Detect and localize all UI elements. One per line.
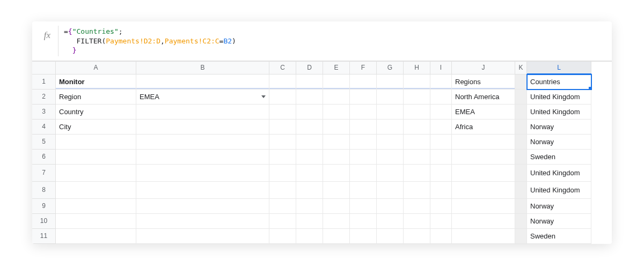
- cell-J9[interactable]: [452, 199, 515, 214]
- cell-F3[interactable]: [350, 105, 377, 120]
- cell-B8[interactable]: [136, 182, 269, 199]
- row-header-6[interactable]: 6: [32, 150, 56, 165]
- cell-I6[interactable]: [430, 150, 452, 165]
- cell-B1[interactable]: [136, 75, 269, 90]
- cell-I1[interactable]: [430, 75, 452, 90]
- cell-K3[interactable]: [515, 105, 527, 120]
- cell-L10[interactable]: Norway: [527, 214, 591, 229]
- cell-J5[interactable]: [452, 135, 515, 150]
- cell-I8[interactable]: [430, 182, 452, 199]
- cell-L5[interactable]: Norway: [527, 135, 591, 150]
- cell-G10[interactable]: [377, 214, 404, 229]
- cell-A10[interactable]: [56, 214, 136, 229]
- cell-C6[interactable]: [269, 150, 296, 165]
- column-header-C[interactable]: C: [269, 62, 296, 75]
- cell-A4[interactable]: City: [56, 120, 136, 135]
- cell-H4[interactable]: [404, 120, 430, 135]
- cell-A5[interactable]: [56, 135, 136, 150]
- cell-C2[interactable]: [269, 90, 296, 105]
- cell-C11[interactable]: [269, 229, 296, 244]
- cell-L1[interactable]: Countries: [527, 75, 591, 90]
- cell-J3[interactable]: EMEA: [452, 105, 515, 120]
- cell-D3[interactable]: [296, 105, 323, 120]
- cell-F9[interactable]: [350, 199, 377, 214]
- row-header-1[interactable]: 1: [32, 75, 56, 90]
- cell-H5[interactable]: [404, 135, 430, 150]
- cell-L8[interactable]: United Kingdom: [527, 182, 591, 199]
- cell-G6[interactable]: [377, 150, 404, 165]
- cell-H3[interactable]: [404, 105, 430, 120]
- cell-D10[interactable]: [296, 214, 323, 229]
- cell-B5[interactable]: [136, 135, 269, 150]
- cell-D9[interactable]: [296, 199, 323, 214]
- cell-A8[interactable]: [56, 182, 136, 199]
- cell-J11[interactable]: [452, 229, 515, 244]
- cell-I3[interactable]: [430, 105, 452, 120]
- cell-C5[interactable]: [269, 135, 296, 150]
- column-header-D[interactable]: D: [296, 62, 323, 75]
- cell-K6[interactable]: [515, 150, 527, 165]
- cell-A6[interactable]: [56, 150, 136, 165]
- cell-D11[interactable]: [296, 229, 323, 244]
- cell-F2[interactable]: [350, 90, 377, 105]
- column-header-B[interactable]: B: [136, 62, 269, 75]
- cell-B3[interactable]: [136, 105, 269, 120]
- cell-B11[interactable]: [136, 229, 269, 244]
- cell-D1[interactable]: [296, 75, 323, 90]
- cell-K2[interactable]: [515, 90, 527, 105]
- cell-J4[interactable]: Africa: [452, 120, 515, 135]
- cell-C10[interactable]: [269, 214, 296, 229]
- cell-E4[interactable]: [323, 120, 350, 135]
- cell-I5[interactable]: [430, 135, 452, 150]
- cell-H10[interactable]: [404, 214, 430, 229]
- cell-J1[interactable]: Regions: [452, 75, 515, 90]
- cell-G4[interactable]: [377, 120, 404, 135]
- cell-F10[interactable]: [350, 214, 377, 229]
- cell-B9[interactable]: [136, 199, 269, 214]
- cell-D4[interactable]: [296, 120, 323, 135]
- cell-I11[interactable]: [430, 229, 452, 244]
- cell-H6[interactable]: [404, 150, 430, 165]
- cell-A3[interactable]: Country: [56, 105, 136, 120]
- cell-E5[interactable]: [323, 135, 350, 150]
- cell-J8[interactable]: [452, 182, 515, 199]
- cell-K4[interactable]: [515, 120, 527, 135]
- cell-E2[interactable]: [323, 90, 350, 105]
- row-header-4[interactable]: 4: [32, 120, 56, 135]
- cell-H8[interactable]: [404, 182, 430, 199]
- cell-D7[interactable]: [296, 165, 323, 182]
- cell-L3[interactable]: United Kingdom: [527, 105, 591, 120]
- cell-B7[interactable]: [136, 165, 269, 182]
- cell-H2[interactable]: [404, 90, 430, 105]
- cell-E9[interactable]: [323, 199, 350, 214]
- cell-D2[interactable]: [296, 90, 323, 105]
- cell-G8[interactable]: [377, 182, 404, 199]
- cell-C8[interactable]: [269, 182, 296, 199]
- cell-D6[interactable]: [296, 150, 323, 165]
- cell-I10[interactable]: [430, 214, 452, 229]
- cell-A9[interactable]: [56, 199, 136, 214]
- cell-L2[interactable]: United Kingdom: [527, 90, 591, 105]
- cell-A2[interactable]: Region: [56, 90, 136, 105]
- cell-G2[interactable]: [377, 90, 404, 105]
- cell-H7[interactable]: [404, 165, 430, 182]
- cell-K5[interactable]: [515, 135, 527, 150]
- cell-B4[interactable]: [136, 120, 269, 135]
- cell-H1[interactable]: [404, 75, 430, 90]
- cell-D5[interactable]: [296, 135, 323, 150]
- cell-B6[interactable]: [136, 150, 269, 165]
- row-header-8[interactable]: 8: [32, 182, 56, 199]
- row-header-7[interactable]: 7: [32, 165, 56, 182]
- column-header-G[interactable]: G: [377, 62, 404, 75]
- cell-A1[interactable]: Monitor: [56, 75, 136, 90]
- column-header-J[interactable]: J: [452, 62, 515, 75]
- column-header-F[interactable]: F: [350, 62, 377, 75]
- spreadsheet-grid[interactable]: ABCDEFGHIJKL1MonitorRegionsCountries2Reg…: [32, 61, 612, 244]
- cell-I2[interactable]: [430, 90, 452, 105]
- row-header-3[interactable]: 3: [32, 105, 56, 120]
- row-header-10[interactable]: 10: [32, 214, 56, 229]
- cell-L11[interactable]: Sweden: [527, 229, 591, 244]
- cell-L4[interactable]: Norway: [527, 120, 591, 135]
- cell-G1[interactable]: [377, 75, 404, 90]
- select-all-corner[interactable]: [32, 62, 56, 75]
